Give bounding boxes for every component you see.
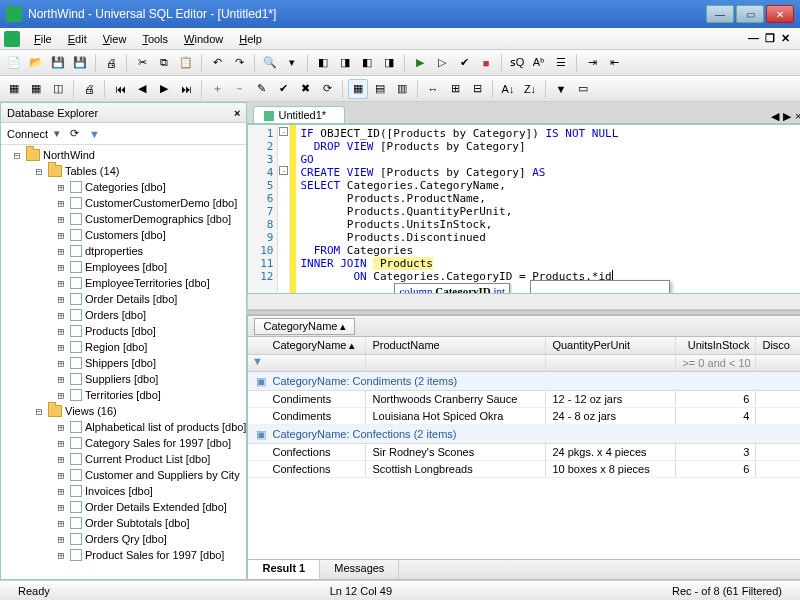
expand-icon[interactable]: ⊞ xyxy=(55,341,67,354)
app-menu-icon[interactable] xyxy=(4,31,20,47)
open-button[interactable]: 📂 xyxy=(26,53,46,73)
paste-button[interactable]: 📋 xyxy=(176,53,196,73)
next-record-button[interactable]: ▶ xyxy=(154,79,174,99)
sort-asc-button[interactable]: A↓ xyxy=(498,79,518,99)
bookmark-next-button[interactable]: ◨ xyxy=(335,53,355,73)
expand-icon[interactable]: ⊞ xyxy=(55,469,67,482)
tree-view[interactable]: Category Sales for 1997 [dbo] xyxy=(85,437,231,449)
funnel-icon[interactable]: ▼ xyxy=(248,355,266,371)
tree-view[interactable]: Invoices [dbo] xyxy=(85,485,153,497)
tree-view[interactable]: Customer and Suppliers by City xyxy=(85,469,240,481)
tree-view[interactable]: Current Product List [dbo] xyxy=(85,453,210,465)
mdi-restore-button[interactable]: ❐ xyxy=(765,32,775,45)
expand-icon[interactable]: ⊞ xyxy=(55,517,67,530)
column-header[interactable]: Disco xyxy=(756,337,800,354)
save-button[interactable]: 💾 xyxy=(48,53,68,73)
chart-button[interactable]: ◫ xyxy=(48,79,68,99)
menu-edit[interactable]: Edit xyxy=(60,31,95,47)
menu-window[interactable]: Window xyxy=(176,31,231,47)
tree-views-folder[interactable]: Views (16) xyxy=(65,405,117,417)
tree-view[interactable]: Orders Qry [dbo] xyxy=(85,533,167,545)
tree-view[interactable]: Alphabetical list of products [dbo] xyxy=(85,421,246,433)
tab-close-button[interactable]: × xyxy=(795,110,800,123)
expand-icon[interactable]: ⊞ xyxy=(55,277,67,290)
table-row[interactable]: ConfectionsScottish Longbreads10 boxes x… xyxy=(248,461,800,478)
copy-button[interactable]: ⧉ xyxy=(154,53,174,73)
print-button[interactable]: 🖨 xyxy=(101,53,121,73)
group-row[interactable]: CategoryName: Confections (2 items) xyxy=(248,425,800,444)
fold-gutter[interactable]: - - xyxy=(278,125,290,293)
editor-tab[interactable]: Untitled1* xyxy=(253,106,345,123)
expand-icon[interactable]: ⊞ xyxy=(55,181,67,194)
expand-icon[interactable]: ⊟ xyxy=(11,149,23,162)
expand-icon[interactable]: ⊞ xyxy=(55,485,67,498)
filter-row[interactable]: ▼ >= 0 and < 10 xyxy=(248,355,800,372)
bookmark-prev-button[interactable]: ◧ xyxy=(357,53,377,73)
expand-icon[interactable]: ⊞ xyxy=(55,229,67,242)
explorer-tree[interactable]: ⊟NorthWind ⊟Tables (14) ⊞Categories [dbo… xyxy=(1,145,246,579)
expand-icon[interactable]: ⊞ xyxy=(55,389,67,402)
export-excel-button[interactable]: ▦ xyxy=(26,79,46,99)
expand-icon[interactable]: ⊟ xyxy=(33,165,45,178)
comment-button[interactable]: ⇥ xyxy=(582,53,602,73)
column-header[interactable]: ProductName xyxy=(366,337,546,354)
commit-button[interactable]: ✔ xyxy=(273,79,293,99)
first-record-button[interactable]: ⏮ xyxy=(110,79,130,99)
options-button[interactable]: ☰ xyxy=(551,53,571,73)
expand-icon[interactable]: ⊞ xyxy=(55,245,67,258)
parse-button[interactable]: ✔ xyxy=(454,53,474,73)
expand-icon[interactable]: ⊞ xyxy=(55,437,67,450)
maximize-button[interactable]: ▭ xyxy=(736,5,764,23)
table-row[interactable]: CondimentsLouisiana Hot Spiced Okra24 - … xyxy=(248,408,800,425)
menu-tools[interactable]: Tools xyxy=(134,31,176,47)
tree-view[interactable]: Order Subtotals [dbo] xyxy=(85,517,190,529)
explorer-close-button[interactable]: × xyxy=(234,107,240,119)
expand-icon[interactable]: ⊞ xyxy=(55,501,67,514)
expand-icon[interactable]: ⊞ xyxy=(55,549,67,562)
refresh-explorer-button[interactable]: ⟳ xyxy=(70,127,79,140)
column-header[interactable]: CategoryName ▴ xyxy=(266,337,366,354)
tree-table[interactable]: Territories [dbo] xyxy=(85,389,161,401)
tab-next-button[interactable]: ▶ xyxy=(783,110,791,123)
expand-icon[interactable]: ⊞ xyxy=(55,213,67,226)
last-record-button[interactable]: ⏭ xyxy=(176,79,196,99)
expand-icon[interactable]: ⊞ xyxy=(55,533,67,546)
filter-button[interactable]: ▼ xyxy=(551,79,571,99)
ab-button[interactable]: Aᵇ xyxy=(529,53,549,73)
edit-record-button[interactable]: ✎ xyxy=(251,79,271,99)
run-button[interactable]: ▶ xyxy=(410,53,430,73)
expand-icon[interactable]: ⊞ xyxy=(55,357,67,370)
mdi-minimize-button[interactable]: — xyxy=(748,32,759,45)
mdi-close-button[interactable]: ✕ xyxy=(781,32,790,45)
expand-icon[interactable]: ⊞ xyxy=(55,373,67,386)
sql-editor[interactable]: 123456789101112 - - IF OBJECT_ID([Produc… xyxy=(247,124,800,294)
find-button[interactable]: 🔍 xyxy=(260,53,280,73)
find-dropdown-button[interactable]: ▾ xyxy=(282,53,302,73)
results-grid[interactable]: CategoryName ▴ ProductName QuantityPerUn… xyxy=(247,337,800,560)
tree-view[interactable]: Order Details Extended [dbo] xyxy=(85,501,227,513)
tree-table[interactable]: Shippers [dbo] xyxy=(85,357,156,369)
saveall-button[interactable]: 💾 xyxy=(70,53,90,73)
expand-icon[interactable]: ⊞ xyxy=(55,325,67,338)
group-chip[interactable]: CategoryName ▴ xyxy=(254,318,355,335)
expand-icon[interactable]: ⊞ xyxy=(55,197,67,210)
group-panel-button[interactable]: ▦ xyxy=(348,79,368,99)
add-record-button[interactable]: ＋ xyxy=(207,79,227,99)
delete-record-button[interactable]: － xyxy=(229,79,249,99)
collapse-all-button[interactable]: ⊟ xyxy=(467,79,487,99)
tree-table[interactable]: CustomerCustomerDemo [dbo] xyxy=(85,197,237,209)
minimize-button[interactable]: — xyxy=(706,5,734,23)
refresh-button[interactable]: ⟳ xyxy=(317,79,337,99)
result-tab[interactable]: Result 1 xyxy=(248,560,320,579)
group-row[interactable]: CategoryName: Condiments (2 items) xyxy=(248,372,800,391)
tab-prev-button[interactable]: ◀ xyxy=(771,110,779,123)
bookmark-clear-button[interactable]: ◨ xyxy=(379,53,399,73)
table-row[interactable]: ConfectionsSir Rodney's Scones24 pkgs. x… xyxy=(248,444,800,461)
filter-row-button[interactable]: ▤ xyxy=(370,79,390,99)
tree-view[interactable]: Product Sales for 1997 [dbo] xyxy=(85,549,224,561)
new-button[interactable]: 📄 xyxy=(4,53,24,73)
undo-button[interactable]: ↶ xyxy=(207,53,227,73)
tree-table[interactable]: Region [dbo] xyxy=(85,341,147,353)
tree-table[interactable]: Categories [dbo] xyxy=(85,181,166,193)
column-header[interactable]: QuantityPerUnit xyxy=(546,337,676,354)
